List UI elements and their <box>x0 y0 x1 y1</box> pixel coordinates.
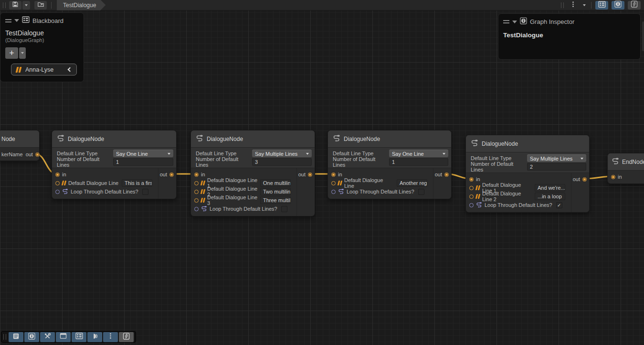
dropdown-value: Say One Line <box>116 151 148 157</box>
line-type-dropdown[interactable]: Say Multiple Lines <box>252 150 312 157</box>
node-body: in Default Dialogue Line 1 And we're... … <box>466 173 589 212</box>
tools-button[interactable] <box>40 332 55 342</box>
start-node-partial[interactable]: Node kerName out <box>0 130 40 161</box>
output-port[interactable] <box>444 172 449 177</box>
loop-port[interactable] <box>469 203 474 207</box>
input-port[interactable] <box>194 172 199 177</box>
input-port[interactable] <box>331 172 336 177</box>
number-of-lines-field[interactable]: 2 <box>527 163 586 171</box>
blackboard-button[interactable] <box>72 332 86 342</box>
toolbar-drag-handle[interactable] <box>3 334 6 340</box>
loop-checkbox[interactable]: ✓ <box>556 202 562 208</box>
loop-graph-icon <box>476 202 482 209</box>
toggle-graph-inspector-button[interactable] <box>612 1 624 10</box>
node-title-bar[interactable]: EndNode <box>608 153 644 171</box>
info-button[interactable] <box>24 332 39 342</box>
line-type-dropdown[interactable]: Say One Line <box>113 150 173 157</box>
window-button[interactable] <box>56 332 71 342</box>
node-title-bar[interactable]: DialogueNode <box>52 130 176 148</box>
half-circle-button[interactable] <box>87 332 102 342</box>
dialogue-line-field[interactable]: Another regu <box>397 179 427 187</box>
loop-checkbox[interactable] <box>142 189 148 195</box>
loop-port[interactable] <box>194 207 199 211</box>
in-port-label: in <box>201 172 205 177</box>
collapse-triangle-icon[interactable] <box>512 21 517 23</box>
graph-name: TestDialogue <box>0 27 84 37</box>
dialogue-node-icon <box>196 134 203 143</box>
loop-port[interactable] <box>331 190 336 194</box>
line-type-dropdown[interactable]: Say One Line <box>389 150 448 157</box>
toolbar-drag-handle-right[interactable] <box>561 2 564 8</box>
dialogue-line-port[interactable] <box>469 194 474 199</box>
toolbar-drag-handle[interactable] <box>3 2 6 8</box>
dialogue-line-field[interactable]: One multiline <box>260 179 291 187</box>
add-property-dropdown[interactable] <box>19 47 26 59</box>
more-options-button[interactable] <box>103 332 118 342</box>
end-node[interactable]: EndNode in <box>607 153 644 184</box>
node-title-bar[interactable]: DialogueNode <box>328 130 451 148</box>
toggle-lightning-button[interactable] <box>628 1 641 10</box>
output-port[interactable] <box>582 177 587 182</box>
save-button[interactable] <box>9 1 21 10</box>
out-port-label: out <box>573 176 580 182</box>
number-of-lines-field[interactable]: 3 <box>252 158 312 166</box>
number-of-lines-field[interactable]: 1 <box>113 158 173 166</box>
quote-icon <box>475 194 480 199</box>
dialogue-line-port[interactable] <box>331 181 336 185</box>
drag-handle-icon[interactable] <box>5 19 11 22</box>
port-label: Loop Through Default Lines? <box>210 206 277 212</box>
dialogue-line-port[interactable] <box>55 181 60 185</box>
overflow-menu-button[interactable] <box>567 1 580 10</box>
input-port[interactable] <box>611 175 615 179</box>
output-port[interactable] <box>169 172 174 177</box>
node-title: DialogueNode <box>207 136 243 142</box>
dialogue-line-field[interactable]: This is a first <box>122 179 152 187</box>
blackboard-property-annalyse[interactable]: Anna-Lyse <box>11 64 77 75</box>
dialogue-line-port[interactable] <box>194 181 199 185</box>
node-title: DialogueNode <box>344 136 380 142</box>
document-lines-button[interactable] <box>9 332 23 342</box>
tab-testdialogue[interactable]: TestDialogue <box>57 0 106 11</box>
dialogue-line-field[interactable]: Three multilin <box>260 196 291 204</box>
graph-inspector-header[interactable]: Graph Inspector <box>498 14 640 29</box>
dialogue-node-1[interactable]: DialogueNode Default Line Type Say One L… <box>52 130 177 199</box>
dialogue-node-2[interactable]: DialogueNode Default Line Type Say Multi… <box>190 130 315 216</box>
in-port-label: in <box>476 176 480 182</box>
node-title-bar[interactable]: DialogueNode <box>466 135 589 152</box>
input-port[interactable] <box>469 177 474 182</box>
collapse-triangle-icon[interactable] <box>14 19 19 22</box>
dialogue-node-4[interactable]: DialogueNode Default Line Type Say Multi… <box>465 135 590 213</box>
drag-handle-icon[interactable] <box>503 20 509 23</box>
loop-checkbox[interactable] <box>281 206 287 212</box>
loop-port[interactable] <box>55 190 60 194</box>
toolbar-separator <box>591 2 591 9</box>
open-asset-button[interactable] <box>34 1 47 10</box>
number-of-lines-field[interactable]: 1 <box>389 158 448 166</box>
loop-graph-icon <box>201 205 207 213</box>
dialogue-line-field[interactable]: Two multiline <box>260 188 291 195</box>
dialogue-line-port[interactable] <box>194 190 199 194</box>
lightning-button[interactable] <box>119 332 134 342</box>
overflow-menu-dropdown[interactable] <box>581 1 588 10</box>
node-title-bar[interactable]: DialogueNode <box>191 130 315 148</box>
node-title: Node <box>1 136 15 142</box>
dialogue-line-port[interactable] <box>194 198 199 203</box>
prop-label: Number of Default Lines <box>57 156 113 168</box>
save-options-button[interactable] <box>22 1 30 10</box>
dialogue-node-3[interactable]: DialogueNode Default Line Type Say One L… <box>327 130 452 199</box>
loop-checkbox[interactable] <box>418 189 424 195</box>
output-port[interactable] <box>308 172 312 177</box>
prop-label: Default Line Type <box>471 155 527 161</box>
node-title-bar[interactable]: Node <box>0 130 39 148</box>
toggle-blackboard-button[interactable] <box>595 1 608 10</box>
output-port[interactable] <box>35 152 40 157</box>
blackboard-header[interactable]: Blackboard <box>0 13 84 27</box>
input-port[interactable] <box>55 172 60 177</box>
dialogue-line-field[interactable]: And we're... <box>535 184 565 192</box>
line-type-dropdown[interactable]: Say Multiple Lines <box>527 154 586 162</box>
graph-name: TestDialogue <box>498 29 640 42</box>
dialogue-line-field[interactable]: ...in a loop <box>535 193 565 200</box>
dialogue-line-port[interactable] <box>469 186 474 190</box>
chevron-left-icon[interactable] <box>68 67 73 72</box>
add-property-button[interactable]: + <box>5 47 18 59</box>
